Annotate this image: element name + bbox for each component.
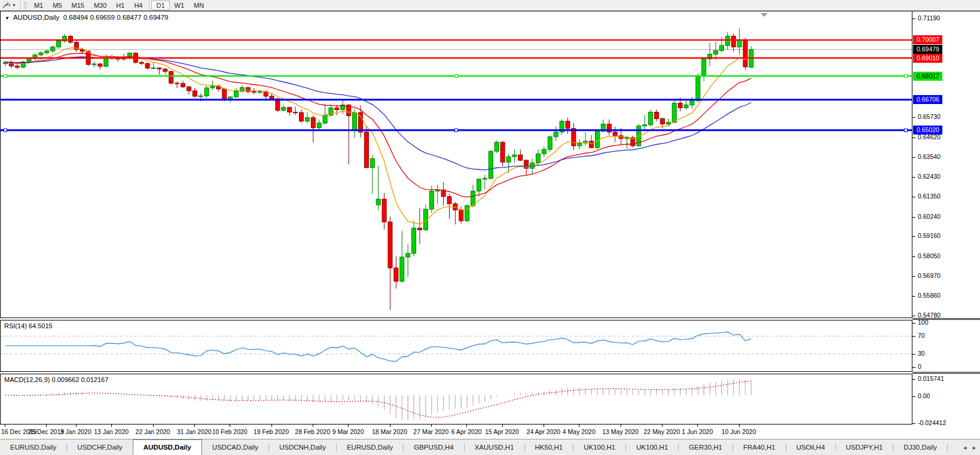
candle-down[interactable] xyxy=(388,222,392,268)
candle-up[interactable] xyxy=(376,199,380,205)
macd-pane[interactable]: MACD(12,26,9) 0.009662 0.012167 xyxy=(0,374,912,425)
candle-up[interactable] xyxy=(240,87,245,91)
candle-down[interactable] xyxy=(252,91,256,92)
candle-down[interactable] xyxy=(382,199,386,222)
candle-up[interactable] xyxy=(45,51,49,53)
candle-up[interactable] xyxy=(477,179,481,191)
candle-down[interactable] xyxy=(566,121,570,129)
tab-scroll-right-icon[interactable]: ► xyxy=(972,445,977,451)
candle-down[interactable] xyxy=(157,68,161,69)
price-chart-svg[interactable] xyxy=(1,11,912,317)
chart-tab-usdchf-daily[interactable]: USDCHF,Daily xyxy=(67,439,132,455)
candle-up[interactable] xyxy=(512,155,517,157)
chart-tab-usdcad-daily[interactable]: USDCAD,Daily xyxy=(202,439,268,455)
candle-up[interactable] xyxy=(471,191,475,206)
candle-down[interactable] xyxy=(145,63,149,68)
candle-down[interactable] xyxy=(294,112,298,113)
candle-up[interactable] xyxy=(104,58,108,66)
candle-down[interactable] xyxy=(163,69,167,71)
candle-up[interactable] xyxy=(234,91,239,97)
candle-down[interactable] xyxy=(15,66,19,67)
candle-down[interactable] xyxy=(288,108,292,112)
candle-up[interactable] xyxy=(596,132,600,148)
candle-up[interactable] xyxy=(649,112,653,125)
chart-tab-usdcnh-daily[interactable]: USDCNH,Daily xyxy=(269,439,336,455)
chart-cursor-icon[interactable] xyxy=(2,1,11,10)
candle-up[interactable] xyxy=(719,45,723,50)
candle-up[interactable] xyxy=(400,257,404,282)
timeframe-button-m15[interactable]: M15 xyxy=(67,1,89,10)
candle-down[interactable] xyxy=(98,64,102,66)
candle-up[interactable] xyxy=(483,178,487,179)
candle-down[interactable] xyxy=(311,118,315,128)
candle-up[interactable] xyxy=(672,103,676,122)
chart-tab-xauusd-h1[interactable]: XAUUSD,H1 xyxy=(465,439,524,455)
candle-down[interactable] xyxy=(500,142,505,162)
rsi-pane[interactable]: RSI(14) 64.5015 xyxy=(0,320,912,372)
candle-up[interactable] xyxy=(27,59,31,62)
candle-up[interactable] xyxy=(489,151,493,178)
candle-up[interactable] xyxy=(666,123,670,124)
candle-down[interactable] xyxy=(678,103,682,108)
candle-down[interactable] xyxy=(394,268,398,281)
candle-up[interactable] xyxy=(317,123,321,128)
tab-scroll-left-icon[interactable]: ◄ xyxy=(962,445,967,451)
candle-down[interactable] xyxy=(246,87,250,91)
candle-up[interactable] xyxy=(725,36,729,45)
candle-up[interactable] xyxy=(702,59,706,76)
candle-down[interactable] xyxy=(459,210,463,221)
rsi-chart-svg[interactable] xyxy=(1,320,912,371)
candle-down[interactable] xyxy=(364,132,368,167)
chart-tab-usdjpy-h1[interactable]: USDJPY,H1 xyxy=(836,439,893,455)
candle-down[interactable] xyxy=(590,141,594,148)
chart-tab-uk100-h1[interactable]: UK100,H1 xyxy=(573,439,625,455)
candle-up[interactable] xyxy=(696,76,700,100)
candle-up[interactable] xyxy=(370,158,374,167)
timeframe-button-h1[interactable]: H1 xyxy=(111,1,129,10)
chart-tab-dj30-daily[interactable]: DJ30,Daily xyxy=(893,439,947,455)
candle-up[interactable] xyxy=(151,68,155,69)
candle-down[interactable] xyxy=(447,197,451,204)
chart-tab-usoil-h4[interactable]: USOil,H4 xyxy=(786,439,835,455)
chart-tab-eurusd-daily[interactable]: EURUSD,Daily xyxy=(0,439,66,455)
candle-up[interactable] xyxy=(506,157,511,162)
candle-up[interactable] xyxy=(406,254,410,257)
chart-tab-hk50-h1[interactable]: HK50,H1 xyxy=(525,439,573,455)
candle-up[interactable] xyxy=(643,125,647,126)
line-handle[interactable] xyxy=(455,129,458,132)
candle-up[interactable] xyxy=(282,108,286,111)
candle-down[interactable] xyxy=(169,71,173,83)
candle-down[interactable] xyxy=(222,89,227,100)
timeframe-button-m30[interactable]: M30 xyxy=(89,1,111,10)
candle-up[interactable] xyxy=(542,149,546,154)
chart-cursor-dropdown-icon[interactable]: ▼ xyxy=(12,3,16,7)
candle-up[interactable] xyxy=(714,51,718,54)
candle-down[interactable] xyxy=(731,36,735,47)
chart-tab-audusd-daily[interactable]: AUDUSD,Daily xyxy=(133,439,202,455)
collapse-arrow-icon[interactable]: ▼ xyxy=(5,16,10,21)
line-handle[interactable] xyxy=(905,129,908,132)
line-handle[interactable] xyxy=(905,75,908,78)
toolbar-grip[interactable] xyxy=(24,2,26,9)
candle-up[interactable] xyxy=(199,96,203,96)
candle-up[interactable] xyxy=(690,100,694,105)
candle-up[interactable] xyxy=(305,118,309,121)
ma-slow-line[interactable] xyxy=(5,57,751,170)
candle-up[interactable] xyxy=(548,137,552,149)
candle-up[interactable] xyxy=(737,39,741,47)
candle-down[interactable] xyxy=(187,87,191,91)
candle-down[interactable] xyxy=(139,62,144,63)
candle-down[interactable] xyxy=(418,228,422,230)
price-pane[interactable]: ▼AUDUSD,Daily 0.68494 0.69659 0.68477 0.… xyxy=(0,11,912,318)
candle-down[interactable] xyxy=(193,91,197,96)
candle-up[interactable] xyxy=(204,88,209,96)
candle-up[interactable] xyxy=(323,115,327,123)
candle-up[interactable] xyxy=(536,154,541,163)
candle-down[interactable] xyxy=(181,84,185,87)
candle-up[interactable] xyxy=(258,91,262,92)
date-axis[interactable]: 16 Dec 201925 Dec 20193 Jan 202013 Jan 2… xyxy=(0,425,912,439)
candle-up[interactable] xyxy=(412,228,416,253)
candle-down[interactable] xyxy=(660,118,664,124)
line-handle[interactable] xyxy=(455,75,458,78)
chart-tab-uk100-h1[interactable]: UK100,H1 xyxy=(626,439,678,455)
